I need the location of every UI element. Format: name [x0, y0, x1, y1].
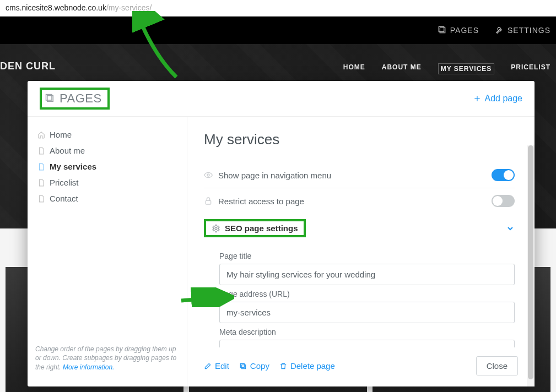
page-item-label: Contact [50, 194, 78, 203]
pages-modal: PAGES Add page Home About me My services [28, 81, 535, 386]
url-base: cms.nicesite8.webnode.co.uk [6, 3, 106, 12]
edit-icon [204, 362, 212, 370]
delete-label: Delete page [290, 361, 335, 371]
page-icon [37, 195, 45, 203]
editor-top-nav: PAGES SETTINGS [0, 17, 556, 44]
page-item-label: Home [50, 130, 72, 139]
modal-title: PAGES [60, 91, 102, 106]
page-icon [37, 179, 45, 187]
panel-footer: Edit Copy Delete page Close [204, 347, 518, 375]
page-list: Home About me My services Pricelist Cont… [34, 127, 180, 206]
seo-settings-header[interactable]: SEO page settings [204, 214, 515, 243]
page-item-home[interactable]: Home [34, 127, 180, 143]
setting-label: Restrict access to page [218, 197, 304, 206]
page-url-label: Page address (URL) [219, 290, 515, 298]
top-nav-settings[interactable]: SETTINGS [495, 26, 550, 35]
page-heading: My services [204, 131, 515, 148]
page-item-contact[interactable]: Contact [34, 190, 180, 206]
url-path: /my-services/ [106, 3, 152, 12]
add-page-label: Add page [484, 94, 522, 104]
site-brand: DEN CURL [0, 61, 56, 72]
setting-restrict-access: Restrict access to page [204, 188, 515, 214]
svg-rect-9 [242, 364, 246, 368]
pages-icon [438, 26, 447, 35]
annotation-highlight-seo: SEO page settings [204, 219, 306, 237]
site-nav-about[interactable]: ABOUT ME [382, 63, 422, 74]
gear-icon [212, 224, 220, 233]
modal-header: PAGES Add page [28, 81, 535, 117]
home-icon [37, 131, 45, 139]
page-item-pricelist[interactable]: Pricelist [34, 175, 180, 190]
top-nav-settings-label: SETTINGS [508, 26, 550, 35]
trash-icon [279, 362, 287, 370]
lock-icon [204, 197, 213, 205]
top-nav-pages[interactable]: PAGES [438, 26, 479, 35]
edit-label: Edit [215, 361, 229, 371]
meta-description-label: Meta description [219, 328, 515, 336]
page-item-about[interactable]: About me [34, 143, 180, 159]
site-nav-home[interactable]: HOME [343, 63, 365, 74]
browser-url-bar[interactable]: cms.nicesite8.webnode.co.uk/my-services/ [0, 0, 556, 17]
wrench-icon [495, 26, 504, 35]
copy-label: Copy [250, 361, 269, 371]
site-nav-services[interactable]: MY SERVICES [438, 63, 495, 74]
pages-icon [45, 94, 55, 104]
toggle-show-in-nav[interactable] [492, 169, 515, 181]
toggle-restrict-access[interactable] [492, 195, 515, 207]
page-item-services[interactable]: My services [34, 159, 180, 175]
plus-icon [473, 95, 481, 102]
scrollbar-thumb[interactable] [528, 145, 533, 379]
seo-title: SEO page settings [225, 224, 298, 233]
page-icon [37, 163, 45, 171]
svg-point-6 [207, 174, 209, 176]
page-item-label: Pricelist [50, 178, 79, 187]
chevron-down-icon [506, 224, 515, 233]
setting-show-in-nav: Show page in navigation menu [204, 162, 515, 188]
page-icon [37, 147, 45, 155]
page-item-label: About me [50, 146, 85, 155]
page-title-input[interactable] [219, 264, 515, 285]
delete-button[interactable]: Delete page [279, 361, 335, 371]
eye-icon [204, 171, 213, 179]
top-nav-pages-label: PAGES [450, 26, 479, 35]
site-nav: HOME ABOUT ME MY SERVICES PRICELIST [343, 63, 550, 74]
copy-button[interactable]: Copy [239, 361, 269, 371]
pages-sidebar: Home About me My services Pricelist Cont… [28, 117, 187, 386]
copy-icon [239, 362, 247, 370]
scrollbar[interactable] [527, 145, 535, 386]
annotation-highlight-pages: PAGES [40, 88, 110, 110]
seo-form: Page title Page address (URL) Meta descr… [204, 243, 515, 347]
meta-description-input[interactable] [219, 340, 515, 347]
page-title-label: Page title [219, 252, 515, 260]
edit-button[interactable]: Edit [204, 361, 229, 371]
page-url-input[interactable] [219, 302, 515, 323]
svg-rect-7 [206, 200, 210, 204]
page-item-label: My services [50, 162, 96, 171]
svg-point-8 [215, 227, 217, 230]
sidebar-hint: Change order of the pages by dragging th… [34, 340, 180, 377]
setting-label: Show page in navigation menu [218, 171, 331, 180]
add-page-button[interactable]: Add page [473, 94, 522, 104]
site-nav-pricelist[interactable]: PRICELIST [511, 63, 550, 74]
page-settings-panel: My services Show page in navigation menu… [187, 117, 535, 386]
svg-rect-10 [240, 363, 244, 367]
more-info-link[interactable]: More information. [63, 363, 114, 371]
close-button[interactable]: Close [476, 356, 518, 375]
